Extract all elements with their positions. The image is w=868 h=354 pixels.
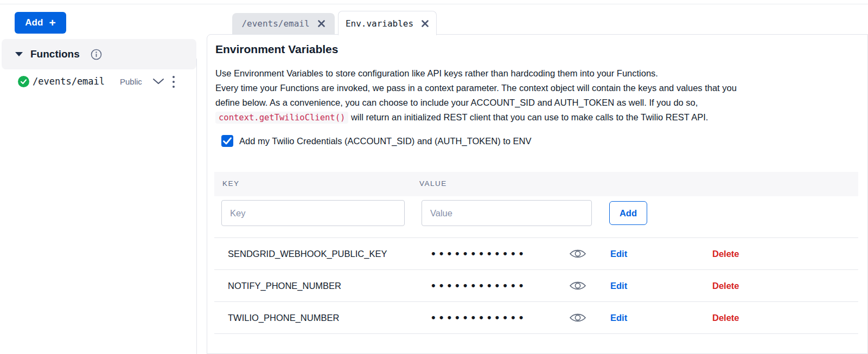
env-var-masked-value: •••••••••••• bbox=[431, 311, 527, 325]
info-icon[interactable] bbox=[91, 49, 102, 60]
env-var-row: TWILIO_PHONE_NUMBER •••••••••••• Edit De… bbox=[214, 301, 858, 333]
description-line: context.getTwilioClient() will return an… bbox=[215, 110, 737, 125]
show-value-button[interactable] bbox=[569, 247, 587, 261]
show-value-button[interactable] bbox=[569, 311, 587, 325]
env-var-masked-value: •••••••••••• bbox=[431, 247, 527, 261]
description-line: Use Environment Variables to store confi… bbox=[215, 66, 737, 81]
delete-button[interactable]: Delete bbox=[712, 313, 739, 323]
item-menu-kebab-icon[interactable] bbox=[170, 75, 177, 89]
add-variable-button[interactable]: Add bbox=[609, 201, 647, 225]
edit-button[interactable]: Edit bbox=[610, 313, 627, 323]
tab-env-variables[interactable]: Env.variables bbox=[338, 11, 437, 35]
credentials-checkbox-label: Add my Twilio Credentials (ACCOUNT_SID) … bbox=[239, 136, 532, 146]
plus-icon: + bbox=[49, 17, 55, 28]
description-line: Every time your Functions are invoked, w… bbox=[215, 81, 737, 95]
env-var-key: SENDGRID_WEBHOOK_PUBLIC_KEY bbox=[228, 249, 387, 259]
code-snippet: context.getTwilioClient() bbox=[215, 112, 348, 124]
description-text: Use Environment Variables to store confi… bbox=[215, 66, 737, 125]
twilio-credentials-option: Add my Twilio Credentials (ACCOUNT_SID) … bbox=[221, 135, 532, 147]
env-var-key: NOTIFY_PHONE_NUMBER bbox=[228, 281, 341, 291]
tab-events-email[interactable]: /events/email bbox=[232, 13, 335, 34]
credentials-checkbox[interactable] bbox=[221, 135, 233, 147]
key-column-header: KEY bbox=[222, 179, 240, 188]
eye-icon bbox=[569, 248, 586, 260]
tab-events-email-label: /events/email bbox=[241, 18, 309, 29]
close-tab-icon[interactable] bbox=[421, 20, 429, 28]
eye-icon bbox=[569, 280, 586, 292]
env-var-row: NOTIFY_PHONE_NUMBER •••••••••••• Edit De… bbox=[214, 269, 858, 301]
sidebar-divider bbox=[196, 59, 197, 354]
delete-button[interactable]: Delete bbox=[712, 281, 739, 291]
description-line: define below. As a convenience, you can … bbox=[215, 95, 737, 110]
visibility-label: Public bbox=[120, 77, 142, 86]
deployed-check-icon bbox=[18, 76, 29, 89]
add-function-button[interactable]: Add + bbox=[15, 12, 66, 34]
description-line-suffix: will return an initialized REST client t… bbox=[351, 112, 708, 122]
add-function-label: Add bbox=[25, 17, 43, 28]
delete-button[interactable]: Delete bbox=[712, 249, 739, 259]
env-var-masked-value: •••••••••••• bbox=[431, 279, 527, 293]
chevron-down-icon[interactable] bbox=[152, 78, 164, 87]
function-path-label: /events/email bbox=[33, 76, 105, 87]
close-tab-icon[interactable] bbox=[317, 20, 326, 28]
functions-header-label: Functions bbox=[30, 48, 80, 60]
twilio-functions-editor: Add + Functions /events/email Public bbox=[0, 0, 868, 354]
env-var-row: SENDGRID_WEBHOOK_PUBLIC_KEY ••••••••••••… bbox=[214, 237, 858, 269]
sidebar-item-events-email[interactable]: /events/email Public bbox=[0, 72, 196, 92]
page-title: Environment Variables bbox=[215, 43, 338, 56]
tab-env-variables-label: Env.variables bbox=[346, 18, 413, 29]
show-value-button[interactable] bbox=[569, 279, 587, 293]
value-column-header: VALUE bbox=[419, 179, 447, 188]
functions-section-header: Functions bbox=[2, 39, 196, 69]
env-variables-list: SENDGRID_WEBHOOK_PUBLIC_KEY ••••••••••••… bbox=[214, 237, 858, 334]
edit-button[interactable]: Edit bbox=[610, 281, 627, 291]
check-icon bbox=[223, 137, 232, 145]
key-input[interactable] bbox=[221, 200, 405, 226]
env-var-key: TWILIO_PHONE_NUMBER bbox=[228, 313, 339, 323]
eye-icon bbox=[569, 312, 586, 324]
edit-button[interactable]: Edit bbox=[610, 249, 627, 259]
top-divider bbox=[0, 4, 868, 4]
value-input[interactable] bbox=[422, 200, 592, 226]
collapse-caret-icon[interactable] bbox=[15, 52, 23, 56]
table-header: KEY VALUE bbox=[214, 172, 858, 196]
